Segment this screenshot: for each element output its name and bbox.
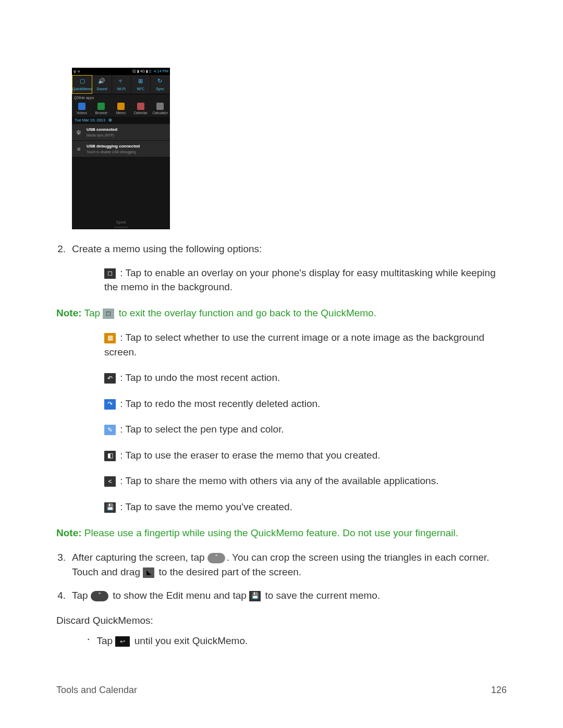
chevron-up-icon: ˄ [207, 553, 225, 563]
toggle-sync: ↻Sync [151, 75, 170, 94]
options-list: ◻ : Tap to enable an overlay on your pho… [104, 266, 507, 294]
phone-screenshot: ψ⍟ ⓑ▮4G▮▯4:14 PM ▢QuickMemo 🔊Sound ᯤWi-F… [72, 68, 170, 229]
qslide-label: QSlide apps [72, 94, 170, 102]
note-label: Note: [56, 527, 82, 538]
overlay-exit-icon: ◻ [103, 309, 114, 319]
options-list-2: ▦ : Tap to select whether to use the cur… [104, 330, 507, 514]
note-label: Note: [56, 307, 82, 318]
share-icon: < [104, 476, 116, 487]
option-text: : Tap to select whether to use the curre… [104, 332, 484, 357]
status-bar: ψ⍟ ⓑ▮4G▮▯4:14 PM [72, 68, 170, 75]
save-icon: 💾 [249, 591, 261, 601]
footer-section: Tools and Calendar [56, 683, 137, 697]
option-overlay: ◻ : Tap to enable an overlay on your pho… [104, 266, 507, 294]
eraser-icon: ◧ [104, 451, 116, 461]
option-text: : Tap to save the memo you've created. [120, 501, 292, 512]
option-eraser: ◧ : Tap to use the eraser to erase the m… [104, 448, 507, 463]
option-undo: ↶ : Tap to undo the most recent action. [104, 371, 507, 385]
option-save: 💾 : Tap to save the memo you've created. [104, 500, 507, 514]
dim-homescreen: Sprint [72, 157, 170, 229]
toggle-quickmemo: ▢QuickMemo [72, 75, 92, 94]
notif-usb: ψ USB connectedMedia sync (MTP) [72, 124, 170, 141]
option-text: : Tap to share the memo with others via … [120, 475, 438, 486]
toggle-wifi: ᯤWi-Fi [112, 75, 131, 94]
back-key-icon: ↩ [115, 636, 130, 647]
toggle-nfc: ⊞NFC [131, 75, 151, 94]
step-4: 4. Tap ˅ to show the Edit menu and tap 💾… [56, 588, 507, 603]
undo-icon: ↶ [104, 373, 116, 384]
step-number: 4. [56, 588, 72, 603]
chevron-down-icon: ˅ [91, 591, 108, 601]
quick-toggles: ▢QuickMemo 🔊Sound ᯤWi-Fi ⊞NFC ↻Sync [72, 75, 170, 94]
background-icon: ▦ [104, 333, 116, 343]
qslide-apps: Videos Browser Memo Calendar Calculator [72, 102, 170, 116]
save-icon: 💾 [104, 502, 116, 513]
option-text: : Tap to redo the most recently deleted … [120, 398, 320, 409]
pen-icon: ✎ [104, 425, 116, 435]
page-number: 126 [491, 683, 507, 697]
option-share: < : Tap to share the memo with others vi… [104, 474, 507, 488]
option-text: : Tap to select the pen type and color. [120, 424, 284, 435]
discard-bullet: Tap ↩ until you exit QuickMemo. [88, 634, 507, 648]
date-bar: Tue Mar 19, 2013✿ [72, 117, 170, 125]
option-text: : Tap to undo the most recent action. [120, 372, 280, 383]
redo-icon: ↷ [104, 399, 116, 410]
option-redo: ↷ : Tap to redo the most recently delete… [104, 397, 507, 411]
page-footer: Tools and Calendar 126 [56, 683, 507, 697]
crop-handle-icon: ◣ [143, 567, 154, 578]
step-text: Tap ˅ to show the Edit menu and tap 💾 to… [72, 588, 507, 603]
step-text: Create a memo using the following option… [72, 242, 507, 256]
step-number: 3. [56, 550, 72, 579]
notif-usb-debug: ⍟ USB debugging connectedTouch to disabl… [72, 141, 170, 157]
note-2: Note: Please use a fingertip while using… [56, 526, 507, 540]
option-text: : Tap to enable an overlay on your phone… [104, 267, 496, 293]
step-3: 3. After capturing the screen, tap ˄. Yo… [56, 550, 507, 579]
step-text: After capturing the screen, tap ˄. You c… [72, 550, 507, 579]
step-number: 2. [56, 242, 72, 256]
option-text: : Tap to use the eraser to erase the mem… [120, 450, 380, 461]
option-pen: ✎ : Tap to select the pen type and color… [104, 422, 507, 437]
toggle-sound: 🔊Sound [92, 75, 112, 94]
note-1: Note: Tap ◻ to exit the overlay function… [56, 306, 507, 320]
step-2: 2. Create a memo using the following opt… [56, 242, 507, 256]
discard-heading: Discard QuickMemos: [56, 613, 507, 628]
overlay-icon: ◻ [104, 268, 116, 279]
option-background: ▦ : Tap to select whether to use the cur… [104, 330, 507, 359]
